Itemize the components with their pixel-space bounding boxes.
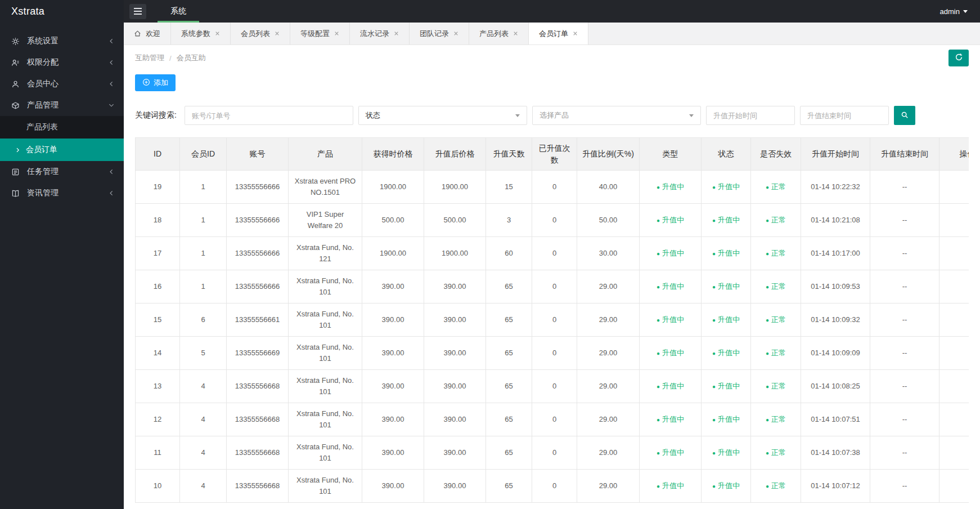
sidebar-item-task-management[interactable]: 任务管理	[0, 161, 124, 182]
raised-times-cell: 0	[532, 403, 577, 436]
chevron-down-icon	[515, 114, 520, 117]
breadcrumb: 互助管理 / 会员互助	[135, 53, 206, 63]
breadcrumb-item[interactable]: 互助管理	[135, 53, 164, 63]
status-cell: 升值中	[702, 171, 751, 204]
days-cell: 65	[486, 403, 532, 436]
account-cell: 13355556666	[227, 270, 289, 303]
start-time-cell: 01-14 10:17:00	[801, 237, 870, 270]
price-obtained-cell: 500.00	[362, 204, 424, 237]
actions-cell	[939, 270, 969, 303]
close-icon[interactable]	[215, 31, 220, 36]
add-button[interactable]: 添加	[135, 74, 176, 91]
product-select[interactable]: 选择产品	[532, 106, 701, 125]
chevron-left-icon	[108, 59, 115, 66]
price-after-cell: 500.00	[424, 204, 486, 237]
product-cell: Xstrata Fund, No. 101	[289, 470, 362, 503]
raised-times-cell: 0	[532, 370, 577, 403]
days-cell: 15	[486, 171, 532, 204]
product-select-placeholder: 选择产品	[540, 110, 569, 120]
sidebar-subitem-product-list[interactable]: 产品列表	[0, 116, 124, 139]
column-header: 状态	[702, 138, 751, 171]
start-time-cell: 01-14 10:09:53	[801, 270, 870, 303]
close-icon[interactable]	[513, 31, 518, 36]
main-area: 系统 admin 欢迎系统参数会员列表等级配置流水记录团队记录产品列表会员订单 …	[124, 0, 980, 509]
tab-label: 系统参数	[181, 29, 210, 39]
sidebar-item-label: 系统设置	[27, 36, 108, 46]
topbar: 系统 admin	[124, 0, 980, 23]
tab-product-list[interactable]: 产品列表	[469, 23, 529, 44]
keyword-input[interactable]	[185, 106, 353, 125]
start-time-cell: 01-14 10:21:08	[801, 204, 870, 237]
tab-team-records[interactable]: 团队记录	[410, 23, 469, 44]
close-icon[interactable]	[334, 31, 339, 36]
raised-times-cell: 0	[532, 470, 577, 503]
tab-level-config[interactable]: 等级配置	[290, 23, 350, 44]
refresh-button[interactable]	[948, 50, 969, 66]
end-time-cell: --	[870, 403, 939, 436]
status-badge: 正常	[766, 481, 786, 490]
status-text: 升值中	[662, 448, 684, 457]
sidebar-item-member-center[interactable]: 会员中心	[0, 73, 124, 95]
days-cell: 65	[486, 303, 532, 337]
ratio-cell: 40.00	[577, 171, 640, 204]
status-badge: 升值中	[712, 481, 740, 490]
member-id-cell: 6	[180, 303, 227, 337]
tab-system-params[interactable]: 系统参数	[171, 23, 231, 44]
days-cell: 65	[486, 436, 532, 470]
tab-member-orders[interactable]: 会员订单	[529, 23, 588, 44]
tab-welcome[interactable]: 欢迎	[124, 23, 171, 44]
price-after-cell: 1900.00	[424, 237, 486, 270]
sidebar-toggle-button[interactable]	[129, 4, 146, 19]
type-cell: 升值中	[640, 403, 702, 436]
column-header: 升值比例(天%)	[577, 138, 640, 171]
status-select[interactable]: 状态	[358, 106, 527, 125]
actions-cell	[939, 204, 969, 237]
status-badge: 正常	[766, 249, 786, 257]
search-button[interactable]	[894, 106, 915, 125]
status-badge: 升值中	[657, 481, 684, 490]
column-header: 会员ID	[180, 138, 227, 171]
status-text: 升值中	[662, 182, 684, 191]
status-badge: 升值中	[657, 415, 684, 423]
member-id-cell: 4	[180, 470, 227, 503]
status-text: 正常	[771, 182, 786, 191]
product-cell: Xstrata Fund, No. 101	[289, 337, 362, 370]
sidebar-item-product-management[interactable]: 产品管理	[0, 95, 124, 116]
sidebar-item-system-settings[interactable]: 系统设置	[0, 30, 124, 52]
product-icon	[11, 101, 21, 110]
status-text: 升值中	[718, 216, 740, 224]
close-icon[interactable]	[453, 31, 458, 36]
close-icon[interactable]	[275, 31, 280, 36]
home-icon	[134, 30, 141, 37]
close-icon[interactable]	[394, 31, 399, 36]
ratio-cell: 29.00	[577, 270, 640, 303]
table-row: 13413355556668Xstrata Fund, No. 101390.0…	[136, 370, 969, 403]
breadcrumb-row: 互助管理 / 会员互助	[124, 45, 980, 71]
sidebar-subitem-member-orders[interactable]: 会员订单	[0, 139, 124, 161]
user-menu[interactable]: admin	[940, 7, 968, 16]
start-time-input[interactable]	[706, 106, 795, 125]
close-icon[interactable]	[573, 31, 578, 36]
id-cell: 11	[136, 436, 180, 470]
status-badge: 升值中	[657, 216, 684, 224]
sidebar: Xstrata 系统设置权限分配会员中心产品管理产品列表会员订单任务管理资讯管理	[0, 0, 124, 509]
id-cell: 18	[136, 204, 180, 237]
sidebar-item-permissions[interactable]: 权限分配	[0, 52, 124, 73]
tab-member-list[interactable]: 会员列表	[231, 23, 290, 44]
days-cell: 65	[486, 270, 532, 303]
status-badge: 正常	[766, 315, 786, 324]
member-id-cell: 1	[180, 270, 227, 303]
status-text: 升值中	[718, 481, 740, 490]
top-nav-system[interactable]: 系统	[158, 0, 199, 23]
sidebar-item-news-management[interactable]: 资讯管理	[0, 182, 124, 204]
product-cell: Xstrata event PRO NO.1501	[289, 171, 362, 204]
account-cell: 13355556668	[227, 370, 289, 403]
chevron-down-icon	[108, 102, 115, 109]
tab-flow-records[interactable]: 流水记录	[350, 23, 410, 44]
status-text: 升值中	[718, 315, 740, 324]
price-after-cell: 390.00	[424, 270, 486, 303]
end-time-cell: --	[870, 171, 939, 204]
tab-label: 会员订单	[539, 29, 568, 39]
status-badge: 升值中	[712, 249, 740, 257]
end-time-input[interactable]	[800, 106, 889, 125]
